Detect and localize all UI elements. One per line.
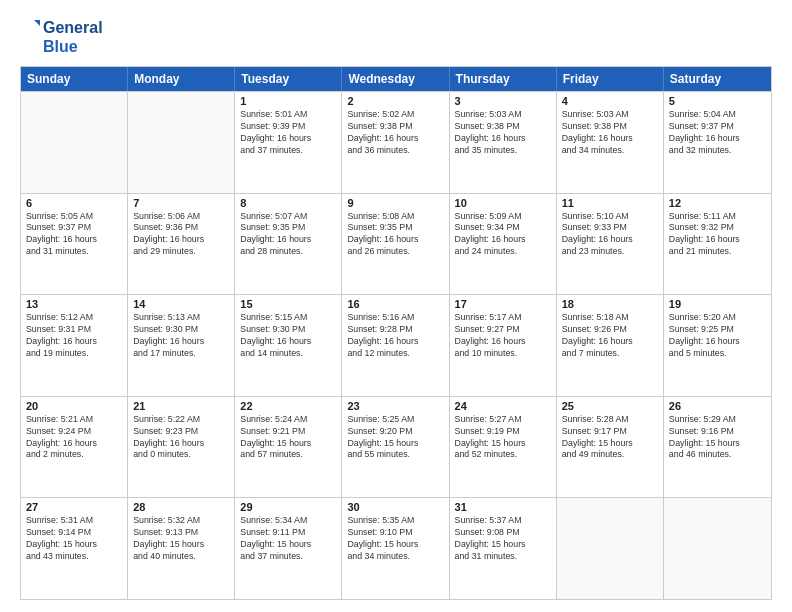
day-number: 19 (669, 298, 766, 310)
cal-cell: 24Sunrise: 5:27 AM Sunset: 9:19 PM Dayli… (450, 397, 557, 498)
logo-blue-text: Blue (43, 38, 78, 56)
cal-cell (664, 498, 771, 599)
day-header-monday: Monday (128, 67, 235, 91)
cal-cell: 14Sunrise: 5:13 AM Sunset: 9:30 PM Dayli… (128, 295, 235, 396)
cal-cell: 3Sunrise: 5:03 AM Sunset: 9:38 PM Daylig… (450, 92, 557, 193)
week-row-3: 13Sunrise: 5:12 AM Sunset: 9:31 PM Dayli… (21, 294, 771, 396)
cell-info: Sunrise: 5:03 AM Sunset: 9:38 PM Dayligh… (455, 109, 551, 157)
cell-info: Sunrise: 5:28 AM Sunset: 9:17 PM Dayligh… (562, 414, 658, 462)
day-number: 9 (347, 197, 443, 209)
cell-info: Sunrise: 5:25 AM Sunset: 9:20 PM Dayligh… (347, 414, 443, 462)
cal-cell: 13Sunrise: 5:12 AM Sunset: 9:31 PM Dayli… (21, 295, 128, 396)
day-number: 20 (26, 400, 122, 412)
cal-cell: 16Sunrise: 5:16 AM Sunset: 9:28 PM Dayli… (342, 295, 449, 396)
cell-info: Sunrise: 5:04 AM Sunset: 9:37 PM Dayligh… (669, 109, 766, 157)
cell-info: Sunrise: 5:02 AM Sunset: 9:38 PM Dayligh… (347, 109, 443, 157)
cell-info: Sunrise: 5:08 AM Sunset: 9:35 PM Dayligh… (347, 211, 443, 259)
day-number: 22 (240, 400, 336, 412)
cell-info: Sunrise: 5:20 AM Sunset: 9:25 PM Dayligh… (669, 312, 766, 360)
cal-cell: 9Sunrise: 5:08 AM Sunset: 9:35 PM Daylig… (342, 194, 449, 295)
header: General Blue (20, 18, 772, 56)
cell-info: Sunrise: 5:29 AM Sunset: 9:16 PM Dayligh… (669, 414, 766, 462)
day-header-tuesday: Tuesday (235, 67, 342, 91)
cal-cell: 26Sunrise: 5:29 AM Sunset: 9:16 PM Dayli… (664, 397, 771, 498)
cal-cell (128, 92, 235, 193)
day-number: 12 (669, 197, 766, 209)
day-number: 27 (26, 501, 122, 513)
cal-cell: 11Sunrise: 5:10 AM Sunset: 9:33 PM Dayli… (557, 194, 664, 295)
cal-cell: 23Sunrise: 5:25 AM Sunset: 9:20 PM Dayli… (342, 397, 449, 498)
day-number: 18 (562, 298, 658, 310)
day-number: 7 (133, 197, 229, 209)
day-number: 23 (347, 400, 443, 412)
week-row-2: 6Sunrise: 5:05 AM Sunset: 9:37 PM Daylig… (21, 193, 771, 295)
cal-cell: 4Sunrise: 5:03 AM Sunset: 9:38 PM Daylig… (557, 92, 664, 193)
cell-info: Sunrise: 5:35 AM Sunset: 9:10 PM Dayligh… (347, 515, 443, 563)
cal-cell: 20Sunrise: 5:21 AM Sunset: 9:24 PM Dayli… (21, 397, 128, 498)
cal-cell: 25Sunrise: 5:28 AM Sunset: 9:17 PM Dayli… (557, 397, 664, 498)
day-number: 8 (240, 197, 336, 209)
svg-marker-0 (34, 20, 40, 26)
cal-cell (21, 92, 128, 193)
cal-cell: 7Sunrise: 5:06 AM Sunset: 9:36 PM Daylig… (128, 194, 235, 295)
cell-info: Sunrise: 5:18 AM Sunset: 9:26 PM Dayligh… (562, 312, 658, 360)
cal-cell: 2Sunrise: 5:02 AM Sunset: 9:38 PM Daylig… (342, 92, 449, 193)
cal-cell: 6Sunrise: 5:05 AM Sunset: 9:37 PM Daylig… (21, 194, 128, 295)
logo: General Blue (20, 18, 103, 56)
cal-cell: 17Sunrise: 5:17 AM Sunset: 9:27 PM Dayli… (450, 295, 557, 396)
logo-svg (20, 18, 40, 38)
day-header-sunday: Sunday (21, 67, 128, 91)
cell-info: Sunrise: 5:37 AM Sunset: 9:08 PM Dayligh… (455, 515, 551, 563)
day-number: 1 (240, 95, 336, 107)
cell-info: Sunrise: 5:11 AM Sunset: 9:32 PM Dayligh… (669, 211, 766, 259)
day-number: 5 (669, 95, 766, 107)
week-row-4: 20Sunrise: 5:21 AM Sunset: 9:24 PM Dayli… (21, 396, 771, 498)
cal-cell: 18Sunrise: 5:18 AM Sunset: 9:26 PM Dayli… (557, 295, 664, 396)
cell-info: Sunrise: 5:12 AM Sunset: 9:31 PM Dayligh… (26, 312, 122, 360)
cell-info: Sunrise: 5:15 AM Sunset: 9:30 PM Dayligh… (240, 312, 336, 360)
page: General Blue SundayMondayTuesdayWednesda… (0, 0, 792, 612)
cell-info: Sunrise: 5:17 AM Sunset: 9:27 PM Dayligh… (455, 312, 551, 360)
cal-cell: 10Sunrise: 5:09 AM Sunset: 9:34 PM Dayli… (450, 194, 557, 295)
calendar-header: SundayMondayTuesdayWednesdayThursdayFrid… (21, 67, 771, 91)
day-number: 24 (455, 400, 551, 412)
day-number: 17 (455, 298, 551, 310)
cal-cell: 5Sunrise: 5:04 AM Sunset: 9:37 PM Daylig… (664, 92, 771, 193)
day-number: 4 (562, 95, 658, 107)
day-number: 28 (133, 501, 229, 513)
cell-info: Sunrise: 5:09 AM Sunset: 9:34 PM Dayligh… (455, 211, 551, 259)
cell-info: Sunrise: 5:21 AM Sunset: 9:24 PM Dayligh… (26, 414, 122, 462)
day-number: 15 (240, 298, 336, 310)
day-number: 11 (562, 197, 658, 209)
cal-cell: 28Sunrise: 5:32 AM Sunset: 9:13 PM Dayli… (128, 498, 235, 599)
day-number: 3 (455, 95, 551, 107)
svg-rect-1 (20, 18, 33, 38)
cell-info: Sunrise: 5:31 AM Sunset: 9:14 PM Dayligh… (26, 515, 122, 563)
day-number: 26 (669, 400, 766, 412)
cell-info: Sunrise: 5:22 AM Sunset: 9:23 PM Dayligh… (133, 414, 229, 462)
cal-cell: 8Sunrise: 5:07 AM Sunset: 9:35 PM Daylig… (235, 194, 342, 295)
day-number: 2 (347, 95, 443, 107)
week-row-1: 1Sunrise: 5:01 AM Sunset: 9:39 PM Daylig… (21, 91, 771, 193)
cal-cell: 22Sunrise: 5:24 AM Sunset: 9:21 PM Dayli… (235, 397, 342, 498)
cal-cell: 1Sunrise: 5:01 AM Sunset: 9:39 PM Daylig… (235, 92, 342, 193)
cell-info: Sunrise: 5:34 AM Sunset: 9:11 PM Dayligh… (240, 515, 336, 563)
cell-info: Sunrise: 5:03 AM Sunset: 9:38 PM Dayligh… (562, 109, 658, 157)
day-number: 14 (133, 298, 229, 310)
cal-cell: 19Sunrise: 5:20 AM Sunset: 9:25 PM Dayli… (664, 295, 771, 396)
cell-info: Sunrise: 5:27 AM Sunset: 9:19 PM Dayligh… (455, 414, 551, 462)
cal-cell: 31Sunrise: 5:37 AM Sunset: 9:08 PM Dayli… (450, 498, 557, 599)
cell-info: Sunrise: 5:16 AM Sunset: 9:28 PM Dayligh… (347, 312, 443, 360)
day-number: 21 (133, 400, 229, 412)
cell-info: Sunrise: 5:01 AM Sunset: 9:39 PM Dayligh… (240, 109, 336, 157)
day-header-thursday: Thursday (450, 67, 557, 91)
cell-info: Sunrise: 5:32 AM Sunset: 9:13 PM Dayligh… (133, 515, 229, 563)
day-number: 10 (455, 197, 551, 209)
cell-info: Sunrise: 5:05 AM Sunset: 9:37 PM Dayligh… (26, 211, 122, 259)
day-header-friday: Friday (557, 67, 664, 91)
cal-cell: 21Sunrise: 5:22 AM Sunset: 9:23 PM Dayli… (128, 397, 235, 498)
cell-info: Sunrise: 5:06 AM Sunset: 9:36 PM Dayligh… (133, 211, 229, 259)
calendar: SundayMondayTuesdayWednesdayThursdayFrid… (20, 66, 772, 600)
logo-general-text: General (43, 19, 103, 37)
cal-cell (557, 498, 664, 599)
